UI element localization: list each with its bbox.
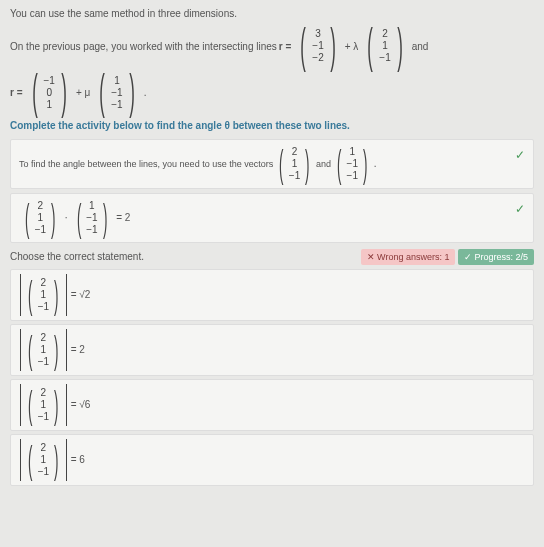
check-icon: ✓ <box>515 202 525 216</box>
vector-2: ( 21−1 ) <box>362 27 407 65</box>
vector-B: ( 1−1−1 ) <box>333 146 372 182</box>
progress-badge: ✓ Progress: 2/5 <box>458 249 534 265</box>
badges: ✕ Wrong answers: 1 ✓ Progress: 2/5 <box>361 249 534 265</box>
equation-line-2: r = ( −101 ) + μ ( 1−1−1 ) . <box>10 73 534 111</box>
opt-value: = 2 <box>71 344 85 355</box>
vector-4: ( 1−1−1 ) <box>94 73 139 111</box>
dot-op: · <box>65 212 68 223</box>
opt-value: = √6 <box>71 399 91 410</box>
opt-value: = 6 <box>71 454 85 465</box>
option-1[interactable]: (21−1) = √2 <box>10 269 534 321</box>
option-2[interactable]: (21−1) = 2 <box>10 324 534 376</box>
vector-B: ( 1−1−1 ) <box>73 200 112 236</box>
option-4[interactable]: (21−1) = 6 <box>10 434 534 486</box>
intro-text: You can use the same method in three dim… <box>10 8 534 19</box>
plus-lambda: + λ <box>345 41 359 52</box>
vector-A: ( 21−1 ) <box>21 200 60 236</box>
vector-3: ( −101 ) <box>27 73 72 111</box>
x-icon: ✕ <box>367 252 375 262</box>
equation-line-1: On the previous page, you worked with th… <box>10 27 534 65</box>
option-3[interactable]: (21−1) = √6 <box>10 379 534 431</box>
opt-value: = √2 <box>71 289 91 300</box>
dot: . <box>374 158 377 169</box>
step-card-1: To find the angle between the lines, you… <box>10 139 534 189</box>
instruction-text: Complete the activity below to find the … <box>10 120 534 131</box>
choose-text: Choose the correct statement. <box>10 251 144 262</box>
vector-1: ( 3−1−2 ) <box>295 27 340 65</box>
plus-mu: + μ <box>76 87 90 98</box>
text: On the previous page, you worked with th… <box>10 41 277 52</box>
result: = 2 <box>116 212 130 223</box>
wrong-label: Wrong answers: 1 <box>377 252 449 262</box>
text: You can use the same method in three dim… <box>10 8 237 19</box>
dot: . <box>144 87 147 98</box>
r-eq: r = <box>279 41 292 52</box>
step-card-2: ( 21−1 ) · ( 1−1−1 ) = 2 ✓ <box>10 193 534 243</box>
text: Complete the activity below to find the … <box>10 120 350 131</box>
check-icon: ✓ <box>515 148 525 162</box>
vector-A: ( 21−1 ) <box>275 146 314 182</box>
text: To find the angle between the lines, you… <box>19 159 273 169</box>
progress-label: Progress: 2/5 <box>474 252 528 262</box>
r-eq: r = <box>10 87 23 98</box>
status-row: Choose the correct statement. ✕ Wrong an… <box>10 249 534 265</box>
check-icon: ✓ <box>464 252 472 262</box>
and-text: and <box>412 41 429 52</box>
wrong-badge: ✕ Wrong answers: 1 <box>361 249 455 265</box>
and: and <box>316 159 331 169</box>
